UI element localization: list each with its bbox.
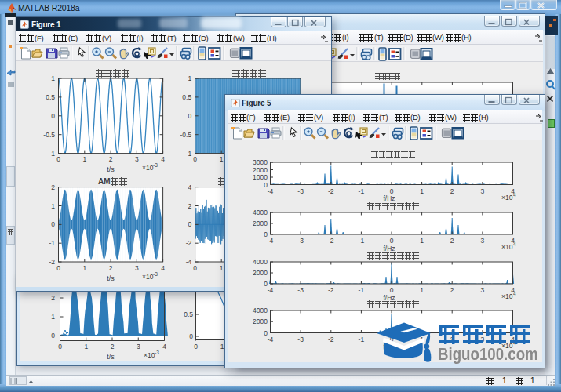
svg-text:1: 1 xyxy=(220,155,224,163)
svg-text:0: 0 xyxy=(188,220,191,228)
svg-text:1000: 1000 xyxy=(253,173,268,181)
svg-text:1: 1 xyxy=(420,187,424,195)
svg-text:2: 2 xyxy=(188,202,191,210)
svg-text:f/Hz: f/Hz xyxy=(383,194,395,202)
svg-text:1: 1 xyxy=(51,313,55,321)
svg-text:3: 3 xyxy=(481,187,485,195)
svg-text:3: 3 xyxy=(481,237,485,245)
svg-text:1: 1 xyxy=(220,264,224,272)
svg-text:3: 3 xyxy=(137,343,140,350)
svg-text:×10: ×10 xyxy=(142,164,154,172)
svg-text:4: 4 xyxy=(162,343,166,350)
svg-text:3: 3 xyxy=(135,155,139,163)
svg-text:-1: -1 xyxy=(186,150,192,158)
svg-text:-3: -3 xyxy=(153,162,158,168)
svg-text:4: 4 xyxy=(513,192,516,198)
svg-text:4: 4 xyxy=(513,241,516,247)
svg-text:4000: 4000 xyxy=(253,209,268,216)
svg-text:t/s: t/s xyxy=(107,274,115,282)
svg-text:2000: 2000 xyxy=(253,318,268,325)
svg-text:0: 0 xyxy=(51,332,55,339)
svg-text:t/s: t/s xyxy=(107,165,115,173)
svg-text:×10: ×10 xyxy=(142,273,154,281)
svg-text:0: 0 xyxy=(193,155,197,163)
svg-text:-4: -4 xyxy=(268,187,274,195)
svg-text:-3: -3 xyxy=(153,271,158,277)
svg-text:-3: -3 xyxy=(297,187,304,195)
svg-text:2000: 2000 xyxy=(253,166,268,174)
svg-text:4: 4 xyxy=(188,183,191,191)
svg-text:-1: -1 xyxy=(359,336,365,343)
svg-text:0: 0 xyxy=(193,264,197,272)
svg-text:-4: -4 xyxy=(268,237,274,245)
svg-text:-2: -2 xyxy=(328,237,334,245)
svg-text:3000: 3000 xyxy=(253,158,268,166)
svg-text:1: 1 xyxy=(82,264,86,272)
svg-text:-2: -2 xyxy=(49,258,55,266)
svg-text:1: 1 xyxy=(82,155,86,163)
svg-text:3: 3 xyxy=(481,286,485,294)
svg-text:-4: -4 xyxy=(268,286,274,294)
svg-text:2000: 2000 xyxy=(253,269,268,277)
svg-text:0: 0 xyxy=(188,112,191,120)
svg-text:2: 2 xyxy=(109,264,113,272)
svg-text:4000: 4000 xyxy=(253,258,268,266)
svg-text:-2: -2 xyxy=(328,336,334,343)
svg-text:1: 1 xyxy=(420,286,424,294)
svg-text:-1: -1 xyxy=(359,187,365,195)
svg-text:0: 0 xyxy=(390,237,394,245)
svg-text:4000: 4000 xyxy=(253,307,268,314)
svg-text:1: 1 xyxy=(188,74,191,82)
svg-text:-2: -2 xyxy=(328,187,334,195)
svg-text:1: 1 xyxy=(51,74,55,82)
svg-text:0: 0 xyxy=(194,343,198,350)
svg-text:-1: -1 xyxy=(359,286,365,294)
svg-text:2: 2 xyxy=(111,343,115,350)
svg-text:4: 4 xyxy=(161,155,165,163)
svg-text:-1: -1 xyxy=(49,150,55,158)
svg-text:1: 1 xyxy=(84,343,88,350)
svg-text:2: 2 xyxy=(51,294,55,302)
svg-text:0: 0 xyxy=(51,112,55,120)
svg-text:-0.5: -0.5 xyxy=(43,131,55,139)
svg-text:2: 2 xyxy=(450,286,454,294)
svg-text:0: 0 xyxy=(51,220,55,228)
svg-text:0: 0 xyxy=(56,264,60,272)
svg-text:1: 1 xyxy=(51,202,55,210)
svg-text:0.5: 0.5 xyxy=(184,310,193,318)
svg-text:×10: ×10 xyxy=(501,292,513,300)
svg-text:0: 0 xyxy=(189,332,193,340)
svg-text:3: 3 xyxy=(135,264,139,272)
svg-text:-1: -1 xyxy=(49,239,55,247)
svg-text:×10: ×10 xyxy=(501,194,513,201)
svg-text:0: 0 xyxy=(56,155,60,163)
svg-text:f/Hz: f/Hz xyxy=(383,245,395,252)
svg-text:2: 2 xyxy=(450,187,454,195)
svg-text:-1: -1 xyxy=(359,237,365,245)
svg-text:-3: -3 xyxy=(297,237,304,245)
svg-text:4: 4 xyxy=(161,264,165,272)
svg-text:2: 2 xyxy=(51,183,55,191)
svg-text:1: 1 xyxy=(420,237,424,245)
svg-text:2: 2 xyxy=(450,237,454,245)
svg-text:0.5: 0.5 xyxy=(182,93,191,101)
svg-text:-0.5: -0.5 xyxy=(180,131,192,139)
svg-text:1: 1 xyxy=(220,343,224,350)
svg-text:0: 0 xyxy=(390,187,394,195)
svg-text:0: 0 xyxy=(58,343,62,350)
svg-text:×10: ×10 xyxy=(501,243,513,251)
svg-text:-2: -2 xyxy=(328,286,334,294)
svg-text:-2: -2 xyxy=(186,239,192,247)
svg-text:2: 2 xyxy=(109,155,113,163)
svg-text:-3: -3 xyxy=(297,336,304,343)
svg-text:2000: 2000 xyxy=(253,220,268,227)
svg-text:t/s: t/s xyxy=(107,353,115,361)
svg-text:-4: -4 xyxy=(186,258,192,266)
svg-text:0: 0 xyxy=(390,286,394,294)
svg-text:4: 4 xyxy=(513,291,516,296)
svg-text:0.5: 0.5 xyxy=(46,93,55,101)
svg-text:-4: -4 xyxy=(268,336,274,343)
svg-text:×10: ×10 xyxy=(144,351,155,359)
svg-text:-3: -3 xyxy=(155,350,159,355)
svg-text:-3: -3 xyxy=(297,286,304,294)
